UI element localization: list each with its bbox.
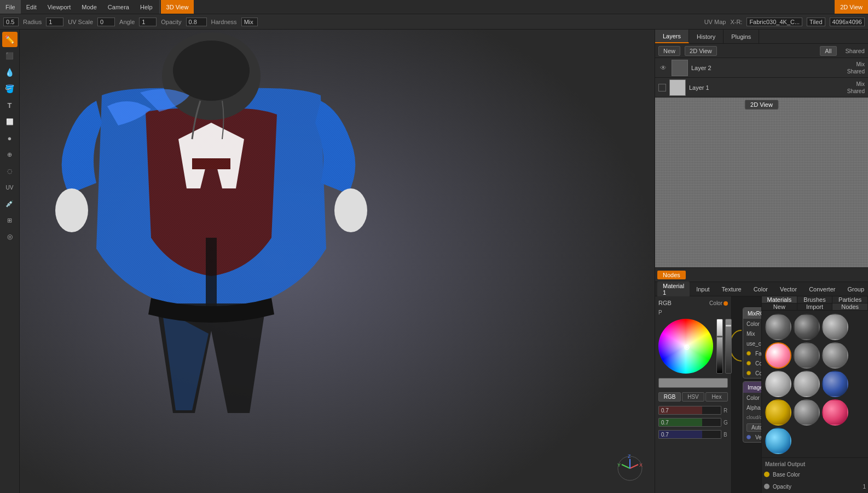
tool-smear[interactable]: 💧 <box>2 65 18 80</box>
tool-uv[interactable]: UV <box>2 180 18 195</box>
mat-swatch-grey1[interactable] <box>765 314 791 340</box>
svg-rect-5 <box>192 158 230 169</box>
menu-camera[interactable]: Camera <box>102 0 135 14</box>
nodes-sub-texture[interactable]: Texture <box>716 285 747 294</box>
mat-swatch-cyan[interactable] <box>765 428 791 454</box>
mat-swatch-grey7[interactable] <box>794 371 820 397</box>
toolbar-opacity-input[interactable] <box>186 18 207 26</box>
toolbar-dot-value: 0.5 <box>3 18 19 26</box>
toolbar-uvscale-input[interactable] <box>97 18 115 26</box>
nodes-graph: RGB Color P <box>655 296 868 493</box>
layer-item-2[interactable]: 👁 Layer 2 Mix Shared <box>655 58 868 78</box>
toolbar-texture-dropdown[interactable]: Fabric030_4K_C... <box>747 18 802 26</box>
nodes-sub-vector[interactable]: Vector <box>774 285 802 294</box>
mat-swatch-blue[interactable] <box>822 371 848 397</box>
material-output-section: Material Output Base Color Opacity 1 <box>762 457 868 493</box>
image-texture-auto-btn[interactable]: Auto <box>747 423 761 432</box>
menu-file[interactable]: File <box>0 0 21 14</box>
color-tab-hex[interactable]: Hex <box>705 392 728 402</box>
props-sub-nodes[interactable]: Nodes <box>832 303 868 310</box>
nodes-sub-material1[interactable]: Material 1 <box>657 282 690 297</box>
prop-opacity: Opacity 1 <box>762 480 868 492</box>
tool-layers[interactable]: ⊞ <box>2 213 18 228</box>
nodes-sub-input[interactable]: Input <box>691 285 715 294</box>
layer-item-1[interactable]: Layer 1 Mix Shared <box>655 78 868 98</box>
tool-blur[interactable]: ◌ <box>2 163 18 179</box>
mixrgb-color1-socket[interactable] <box>747 361 751 365</box>
menu-2d-view[interactable]: 2D View <box>835 0 868 14</box>
viewport-2d[interactable]: 2D View <box>655 98 868 267</box>
color-swatch-bar[interactable] <box>658 378 728 388</box>
nodes-sub-color[interactable]: Color <box>748 285 773 294</box>
layers-2dview-btn[interactable]: 2D View <box>685 46 717 56</box>
mat-swatch-gold[interactable] <box>765 399 791 426</box>
mat-swatch-grey3[interactable] <box>822 314 848 340</box>
layer-shared-2: Shared <box>847 68 865 74</box>
nodes-sub-group[interactable]: Group <box>842 285 868 294</box>
tool-circle[interactable]: ● <box>2 130 18 146</box>
tool-mesh[interactable]: ◎ <box>2 229 18 244</box>
alpha-slider[interactable] <box>725 319 732 374</box>
vp-label-2d[interactable]: 2D View <box>744 100 779 110</box>
tab-plugins[interactable]: Plugins <box>724 30 759 43</box>
mixrgb-fac-socket[interactable] <box>747 351 751 356</box>
image-texture-node[interactable]: Image Texture Color Alpha cl <box>743 381 761 443</box>
tab-history[interactable]: History <box>689 30 724 43</box>
tool-fill[interactable]: 🪣 <box>2 81 18 96</box>
svg-text:Z: Z <box>628 455 631 459</box>
tool-text[interactable]: T <box>2 98 18 113</box>
menu-mode[interactable]: Mode <box>76 0 102 14</box>
svg-rect-6 <box>206 238 217 309</box>
r-value: 0.7 <box>661 408 669 414</box>
props-tab-brushes[interactable]: Brushes <box>797 296 833 303</box>
nodes-tab-main[interactable]: Nodes <box>657 271 686 279</box>
menu-3d-view[interactable]: 3D View <box>161 0 194 14</box>
mat-swatch-grey6[interactable] <box>765 371 791 397</box>
layers-new-btn[interactable]: New <box>658 46 680 56</box>
r-label: R <box>724 408 728 414</box>
mixrgb-node[interactable]: MixRGB Color Mix use_clamp <box>743 307 761 379</box>
mat-swatch-grey2[interactable] <box>794 314 820 340</box>
mat-swatch-grey4[interactable] <box>794 342 820 369</box>
toolbar-angle-input[interactable] <box>139 18 157 26</box>
tool-stamp[interactable]: ⬜ <box>2 114 18 129</box>
nodes-sub-converter[interactable]: Converter <box>803 285 841 294</box>
props-sub-new[interactable]: New <box>762 303 797 310</box>
layers-all-btn[interactable]: All <box>820 46 836 56</box>
layer-name-1: Layer 1 <box>689 84 847 91</box>
tool-paint[interactable]: ✏️ <box>2 32 18 47</box>
toolbar-radius-input[interactable] <box>46 18 63 26</box>
tool-picker[interactable]: 💉 <box>2 196 18 211</box>
tool-clone[interactable]: ⊕ <box>2 147 18 162</box>
mat-swatch-pink-white[interactable] <box>765 342 791 369</box>
image-texture-vector-socket[interactable] <box>747 435 751 439</box>
props-tab-materials[interactable]: Materials <box>762 296 797 303</box>
mat-swatch-grey8[interactable] <box>794 399 820 426</box>
g-input-row: 0.7 G <box>658 418 728 427</box>
menu-edit[interactable]: Edit <box>21 0 42 14</box>
image-texture-auto-row: Auto <box>743 422 761 432</box>
brightness-slider[interactable] <box>716 319 723 374</box>
tool-erase[interactable]: ⬛ <box>2 48 18 64</box>
menu-viewport[interactable]: Viewport <box>42 0 77 14</box>
color-tab-hsv[interactable]: HSV <box>682 392 704 402</box>
props-sub-import[interactable]: Import <box>797 303 833 310</box>
viewport-3d[interactable]: X Y Z <box>20 30 655 493</box>
color-wheel-container[interactable] <box>658 319 713 374</box>
mixrgb-fac-row: Fac 0.8 <box>743 348 761 358</box>
mat-swatch-grey5[interactable] <box>822 342 848 369</box>
svg-point-21 <box>686 346 688 348</box>
layer-thumb-1 <box>669 79 686 96</box>
color-tab-rgb[interactable]: RGB <box>658 392 681 402</box>
image-texture-path-row: cloud/decals/armory.png <box>743 412 761 422</box>
menu-help[interactable]: Help <box>135 0 158 14</box>
toolbar: 0.5 Radius UV Scale Angle Opacity Hardne… <box>0 14 868 30</box>
layer-eye-2[interactable]: 👁 <box>658 63 668 73</box>
viewport-label-bar: 2D View <box>744 100 779 110</box>
tab-layers[interactable]: Layers <box>655 30 689 43</box>
main-layout: ✏️ ⬛ 💧 🪣 T ⬜ ● ⊕ ◌ UV 💉 ⊞ ◎ <box>0 30 868 493</box>
layer-checkbox-1[interactable] <box>658 84 666 91</box>
props-tab-particles[interactable]: Particles <box>832 296 868 303</box>
mat-swatch-pink[interactable] <box>822 399 848 426</box>
mixrgb-color2-socket[interactable] <box>747 371 751 375</box>
